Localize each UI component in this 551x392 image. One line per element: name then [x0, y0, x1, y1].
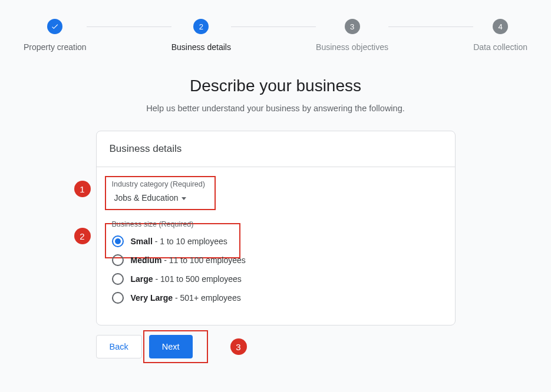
radio-option-small[interactable]: Small - 1 to 10 employees	[112, 232, 442, 251]
annotation-badge-1: 1	[74, 181, 91, 197]
industry-field: Industry category (Required) Jobs & Educ…	[110, 180, 442, 202]
radio-icon	[112, 235, 124, 247]
industry-label: Industry category (Required)	[112, 180, 442, 188]
business-details-card: Business details 1 2 Industry category (…	[96, 131, 456, 325]
step-label: Business details	[171, 42, 231, 52]
stepper: Property creation 2 Business details 3 B…	[0, 0, 551, 52]
step-business-objectives[interactable]: 3 Business objectives	[316, 19, 388, 52]
chevron-down-icon	[182, 197, 186, 200]
step-business-details[interactable]: 2 Business details	[171, 19, 231, 52]
page-title: Describe your business	[0, 77, 551, 95]
business-size-field: Business size (Required) Small - 1 to 10…	[110, 220, 442, 307]
step-number-icon: 3	[345, 19, 360, 34]
step-label: Property creation	[24, 42, 87, 52]
card-header: Business details	[97, 131, 455, 167]
annotation-badge-3: 3	[230, 338, 247, 355]
step-data-collection[interactable]: 4 Data collection	[473, 19, 527, 52]
step-label: Data collection	[473, 42, 527, 52]
radio-label: Large - 101 to 500 employees	[131, 274, 242, 284]
industry-dropdown[interactable]: Jobs & Education	[112, 193, 442, 202]
check-icon	[47, 19, 62, 34]
step-number-icon: 4	[493, 19, 508, 34]
card-body: 1 2 Industry category (Required) Jobs & …	[97, 167, 455, 325]
radio-icon	[112, 254, 124, 266]
page-subtitle: Help us better understand your business …	[0, 104, 551, 113]
stepper-connector	[87, 26, 171, 27]
step-number-icon: 2	[193, 19, 209, 34]
step-label: Business objectives	[316, 42, 388, 52]
radio-label: Small - 1 to 10 employees	[131, 237, 227, 246]
stepper-connector	[388, 26, 473, 27]
annotation-badge-2: 2	[74, 228, 91, 244]
button-row: Back Next 3	[96, 335, 456, 358]
radio-icon	[112, 273, 124, 285]
radio-label: Medium - 11 to 100 employees	[131, 255, 246, 265]
step-property-creation[interactable]: Property creation	[24, 19, 87, 52]
business-size-label: Business size (Required)	[112, 220, 442, 228]
radio-label: Very Large - 501+ employees	[131, 293, 241, 303]
industry-value: Jobs & Education	[114, 193, 179, 202]
next-button[interactable]: Next	[149, 335, 193, 358]
radio-icon	[112, 292, 124, 304]
business-size-radio-group: Small - 1 to 10 employeesMedium - 11 to …	[112, 232, 442, 307]
back-button[interactable]: Back	[96, 335, 142, 358]
radio-option-large[interactable]: Large - 101 to 500 employees	[112, 270, 442, 288]
stepper-connector	[231, 26, 316, 27]
radio-option-very-large[interactable]: Very Large - 501+ employees	[112, 288, 442, 307]
radio-option-medium[interactable]: Medium - 11 to 100 employees	[112, 251, 442, 270]
